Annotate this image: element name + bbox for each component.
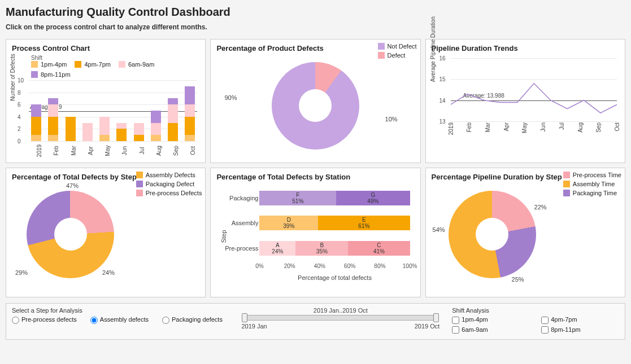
- y-axis-label: Average Pipeline Duration: [430, 16, 436, 82]
- checkbox-input[interactable]: [452, 317, 459, 324]
- checkbox-1pm-4pm[interactable]: 1pm-4pm: [452, 316, 530, 324]
- donut-chart: [449, 191, 536, 278]
- slice-label: 90%: [224, 94, 237, 101]
- slider-min-label: 2019 Jan: [241, 323, 267, 330]
- panel-product-defects: Percentage of Product Defects Not Defect…: [210, 39, 420, 163]
- slider-title: 2019 Jan..2019 Oct: [240, 307, 441, 314]
- swatch-icon: [136, 172, 143, 178]
- slider-max-label: 2019 Oct: [415, 323, 440, 330]
- checkbox-input[interactable]: [541, 326, 549, 334]
- panel-pipeline-trends: Pipeline Duration Trends Average Pipelin…: [425, 39, 625, 163]
- chart-title: Pipeline Duration Trends: [432, 44, 619, 52]
- checkbox-input[interactable]: [541, 317, 549, 324]
- controls-bar: Select a Step for Analysis Pre-process d…: [6, 303, 625, 340]
- slice-label: 25%: [512, 276, 524, 283]
- control-label: Select a Step for Analysis: [12, 307, 229, 314]
- page-title: Manufacturing Quality Control Dashboard: [6, 6, 625, 19]
- donut-chart: [27, 191, 114, 278]
- panel-defects-by-step: Percentage of Total Defects by Step Asse…: [6, 168, 206, 297]
- radio-input[interactable]: [162, 317, 169, 324]
- swatch-icon: [378, 43, 385, 50]
- donut-chart: [272, 62, 359, 150]
- slider-handle-right[interactable]: [433, 313, 439, 322]
- control-label: Shift Analysis: [452, 307, 619, 314]
- bar-chart[interactable]: Number of Defects 0246810Average: 4.9201…: [12, 80, 199, 159]
- date-range-slider[interactable]: 2019 Jan..2019 Oct 2019 Jan 2019 Oct: [240, 307, 441, 330]
- radio-preprocess[interactable]: Pre-process defects: [12, 316, 77, 324]
- chart-title: Percentage of Total Defects by Station: [216, 173, 414, 181]
- slice-label: 54%: [433, 226, 445, 233]
- panel-defects-by-station: Percentage of Total Defects by Station S…: [210, 168, 420, 297]
- radio-assembly[interactable]: Assembly defects: [90, 316, 149, 324]
- line-chart: Average Pipeline Duration 13141516Averag…: [432, 55, 619, 139]
- x-axis-label: Percentage of total defects: [259, 274, 410, 281]
- slice-label: 24%: [102, 269, 115, 276]
- radio-input[interactable]: [90, 317, 98, 324]
- shift-selector: Shift Analysis 1pm-4pm 4pm-7pm 6am-9am 8…: [452, 307, 619, 334]
- y-axis-label: Number of Defects: [10, 54, 16, 100]
- swatch-icon: [563, 172, 570, 178]
- swatch-icon: [75, 61, 81, 68]
- checkbox-6am-9am[interactable]: 6am-9am: [452, 326, 530, 334]
- y-axis-label: Step: [221, 230, 228, 243]
- panel-pipeline-by-step: Percentage Pipeline Duration by Step Pre…: [425, 168, 625, 297]
- radio-input[interactable]: [12, 317, 19, 324]
- checkbox-input[interactable]: [452, 326, 459, 334]
- slider-handle-left[interactable]: [242, 313, 247, 322]
- swatch-icon: [31, 61, 38, 68]
- legend-label: Shift: [31, 55, 199, 61]
- swatch-icon: [31, 71, 38, 78]
- slice-label: 29%: [15, 269, 28, 276]
- page-subtitle: Click on the process control chart to an…: [6, 23, 625, 31]
- checkbox-8pm-11pm[interactable]: 8pm-11pm: [541, 326, 619, 334]
- slice-label: 10%: [385, 116, 398, 122]
- legend: 1pm-4pm 4pm-7pm 6am-9am 8pm-11pm: [31, 61, 199, 78]
- swatch-icon: [119, 61, 125, 68]
- slider-track[interactable]: [243, 315, 437, 321]
- step-selector: Select a Step for Analysis Pre-process d…: [12, 307, 229, 324]
- slice-label: 22%: [534, 204, 547, 210]
- chart-title: Process Control Chart: [12, 44, 199, 52]
- slice-label: 47%: [66, 182, 79, 189]
- checkbox-4pm-7pm[interactable]: 4pm-7pm: [541, 316, 619, 324]
- panel-process-control[interactable]: Process Control Chart Shift 1pm-4pm 4pm-…: [6, 39, 206, 163]
- radio-packaging[interactable]: Packaging defects: [162, 316, 223, 324]
